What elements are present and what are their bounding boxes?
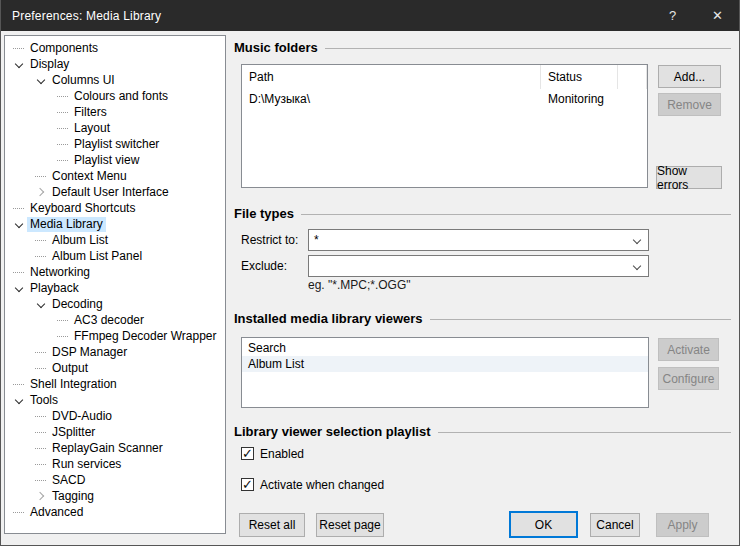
tree-item[interactable]: JSplitter — [5, 424, 225, 440]
tree-chevron-icon[interactable] — [13, 280, 27, 296]
tree-chevron-icon[interactable] — [57, 312, 71, 328]
exclude-combobox[interactable] — [308, 255, 649, 277]
tree-item[interactable]: Columns UI — [5, 72, 225, 88]
help-button[interactable]: ? — [650, 0, 695, 31]
tree-item[interactable]: Default User Interface — [5, 184, 225, 200]
tree-chevron-icon[interactable] — [35, 168, 49, 184]
tree-chevron-icon[interactable] — [13, 200, 27, 216]
tree-chevron-icon[interactable] — [57, 120, 71, 136]
apply-button[interactable]: Apply — [656, 513, 709, 537]
tree-item[interactable]: ReplayGain Scanner — [5, 440, 225, 456]
tree-chevron-icon[interactable] — [35, 248, 49, 264]
tree-item-label: DSP Manager — [49, 345, 130, 360]
tree-item-label: Decoding — [49, 297, 106, 312]
tree-chevron-icon[interactable] — [35, 344, 49, 360]
tree-item[interactable]: Tools — [5, 392, 225, 408]
tree-item[interactable]: Filters — [5, 104, 225, 120]
tree-chevron-icon[interactable] — [35, 184, 49, 200]
activate-viewer-button[interactable]: Activate — [658, 338, 719, 361]
tree-chevron-icon[interactable] — [13, 504, 27, 520]
tree-chevron-icon[interactable] — [57, 136, 71, 152]
tree-item[interactable]: Advanced — [5, 504, 225, 520]
tree-item[interactable]: Display — [5, 56, 225, 72]
tree-chevron-icon[interactable] — [35, 408, 49, 424]
show-errors-button[interactable]: Show errors — [656, 166, 722, 189]
tree-item[interactable]: Playlist switcher — [5, 136, 225, 152]
tree-chevron-icon[interactable] — [35, 488, 49, 504]
tree-item[interactable]: SACD — [5, 472, 225, 488]
tree-item[interactable]: Tagging — [5, 488, 225, 504]
tree-chevron-icon[interactable] — [13, 376, 27, 392]
tree-item[interactable]: Run services — [5, 456, 225, 472]
music-folders-column-header[interactable]: Path Status — [242, 65, 647, 89]
viewers-list[interactable]: Search Album List — [241, 337, 649, 408]
tree-item[interactable]: Components — [5, 40, 225, 56]
music-folders-list[interactable]: Path Status D:\Музыка\ Monitoring — [241, 64, 648, 188]
tree-item[interactable]: Decoding — [5, 296, 225, 312]
tree-chevron-icon[interactable] — [57, 88, 71, 104]
tree-chevron-icon[interactable] — [57, 328, 71, 344]
tree-item[interactable]: Layout — [5, 120, 225, 136]
tree-chevron-icon[interactable] — [13, 392, 27, 408]
tree-item[interactable]: DVD-Audio — [5, 408, 225, 424]
tree-item[interactable]: AC3 decoder — [5, 312, 225, 328]
restrict-to-combobox[interactable]: * — [308, 229, 649, 251]
tree-item[interactable]: DSP Manager — [5, 344, 225, 360]
tree-item[interactable]: Colours and fonts — [5, 88, 225, 104]
chevron-down-icon[interactable] — [633, 262, 641, 270]
tree-chevron-icon[interactable] — [35, 424, 49, 440]
music-folders-header: Music folders — [234, 40, 731, 55]
column-status[interactable]: Status — [541, 65, 618, 89]
add-folder-button[interactable]: Add... — [658, 65, 721, 88]
tree-item-label: Album List Panel — [49, 249, 145, 264]
tree-chevron-icon[interactable] — [57, 152, 71, 168]
reset-all-button[interactable]: Reset all — [239, 513, 305, 537]
viewer-item[interactable]: Album List — [242, 356, 648, 372]
music-folder-row[interactable]: D:\Музыка\ Monitoring — [242, 89, 647, 108]
tree-item[interactable]: Album List — [5, 232, 225, 248]
tree-chevron-icon[interactable] — [35, 232, 49, 248]
tree-chevron-icon[interactable] — [35, 360, 49, 376]
tree-item[interactable]: Media Library — [5, 216, 225, 232]
restrict-to-label: Restrict to: — [241, 233, 298, 247]
ok-button[interactable]: OK — [509, 511, 578, 538]
cancel-button[interactable]: Cancel — [590, 513, 640, 537]
tree-chevron-icon[interactable] — [35, 440, 49, 456]
tree-item-label: ReplayGain Scanner — [49, 441, 166, 456]
tree-chevron-icon[interactable] — [13, 56, 27, 72]
tree-chevron-icon[interactable] — [57, 104, 71, 120]
tree-item-label: AC3 decoder — [71, 313, 147, 328]
tree-item[interactable]: Album List Panel — [5, 248, 225, 264]
viewer-item[interactable]: Search — [242, 340, 648, 356]
checkbox-row[interactable]: Activate when changed — [241, 477, 384, 492]
configure-viewer-button[interactable]: Configure — [658, 367, 719, 390]
tree-item[interactable]: Keyboard Shortcuts — [5, 200, 225, 216]
tree-item[interactable]: Context Menu — [5, 168, 225, 184]
chevron-down-icon[interactable] — [633, 236, 641, 244]
tree-chevron-icon[interactable] — [13, 264, 27, 280]
tree-chevron-icon[interactable] — [13, 40, 27, 56]
exclude-label: Exclude: — [241, 259, 287, 273]
reset-page-button[interactable]: Reset page — [316, 513, 384, 537]
tree-chevron-icon[interactable] — [35, 472, 49, 488]
tree-chevron-icon[interactable] — [13, 216, 27, 232]
tree-chevron-icon[interactable] — [35, 456, 49, 472]
column-path[interactable]: Path — [242, 65, 541, 89]
tree-item[interactable]: Output — [5, 360, 225, 376]
preferences-tree[interactable]: Components Display Columns UI Colours an… — [4, 35, 226, 534]
tree-item[interactable]: Playlist view — [5, 152, 225, 168]
checkbox-icon[interactable] — [241, 447, 254, 460]
close-button[interactable]: ✕ — [695, 0, 740, 31]
checkbox-row[interactable]: Enabled — [241, 446, 384, 461]
window-title: Preferences: Media Library — [0, 9, 161, 23]
titlebar[interactable]: Preferences: Media Library ? ✕ — [0, 0, 740, 31]
folder-status: Monitoring — [541, 92, 618, 106]
tree-chevron-icon[interactable] — [35, 72, 49, 88]
checkbox-icon[interactable] — [241, 478, 254, 491]
remove-folder-button[interactable]: Remove — [658, 93, 721, 116]
tree-item[interactable]: FFmpeg Decoder Wrapper — [5, 328, 225, 344]
tree-item[interactable]: Networking — [5, 264, 225, 280]
tree-chevron-icon[interactable] — [35, 296, 49, 312]
tree-item[interactable]: Shell Integration — [5, 376, 225, 392]
tree-item[interactable]: Playback — [5, 280, 225, 296]
